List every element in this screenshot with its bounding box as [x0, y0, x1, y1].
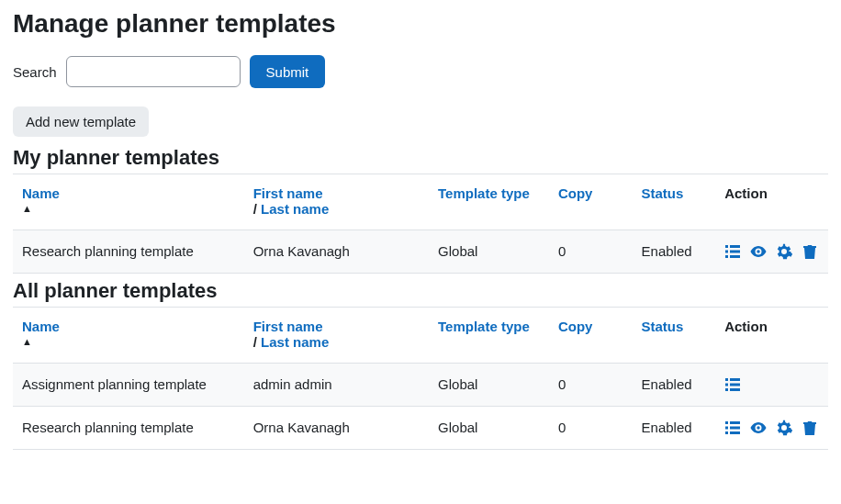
col-header-templatetype[interactable]: Template type	[438, 185, 530, 201]
cell-copy: 0	[549, 364, 633, 407]
col-header-lastname[interactable]: Last name	[261, 334, 329, 350]
row-actions	[724, 243, 819, 260]
cell-status: Enabled	[633, 407, 716, 450]
col-header-copy[interactable]: Copy	[558, 185, 593, 201]
sort-asc-icon[interactable]: ▲	[22, 203, 235, 214]
add-template-button[interactable]: Add new template	[13, 106, 149, 137]
cell-owner: Orna Kavanagh	[244, 230, 429, 274]
sort-asc-icon[interactable]: ▲	[22, 336, 235, 347]
search-input[interactable]	[66, 56, 241, 87]
cell-status: Enabled	[633, 364, 716, 407]
gear-icon[interactable]	[776, 420, 792, 436]
table-row: Research planning templateOrna KavanaghG…	[13, 230, 828, 274]
page-title: Manage planner templates	[13, 9, 828, 39]
cell-owner: admin admin	[244, 364, 429, 407]
cell-name: Research planning template	[13, 407, 244, 450]
cell-copy: 0	[549, 230, 633, 274]
list-icon[interactable]	[724, 420, 741, 436]
col-header-name[interactable]: Name	[22, 185, 60, 201]
col-header-firstname[interactable]: First name	[253, 185, 323, 201]
cell-type: Global	[429, 364, 549, 407]
col-header-name[interactable]: Name	[22, 319, 60, 334]
trash-icon[interactable]	[802, 243, 818, 260]
cell-name: Assignment planning template	[13, 364, 244, 407]
eye-icon[interactable]	[750, 420, 767, 436]
row-actions	[724, 420, 819, 436]
list-icon[interactable]	[724, 376, 741, 393]
eye-icon[interactable]	[750, 243, 767, 260]
row-actions	[724, 376, 819, 393]
col-header-firstname[interactable]: First name	[253, 319, 323, 334]
my-templates-table: Name ▲ First name / Last name Template t…	[13, 174, 828, 274]
cell-copy: 0	[549, 407, 633, 450]
search-form: Search Submit	[13, 55, 828, 88]
col-header-templatetype[interactable]: Template type	[438, 319, 530, 334]
all-templates-heading: All planner templates	[13, 279, 828, 303]
my-templates-heading: My planner templates	[13, 146, 828, 170]
cell-status: Enabled	[633, 230, 716, 274]
submit-button[interactable]: Submit	[250, 55, 326, 88]
search-label: Search	[13, 64, 57, 80]
cell-owner: Orna Kavanagh	[244, 407, 429, 450]
col-header-copy[interactable]: Copy	[558, 319, 593, 334]
cell-type: Global	[429, 407, 549, 450]
col-header-lastname[interactable]: Last name	[261, 201, 329, 217]
table-row: Research planning templateOrna KavanaghG…	[13, 407, 828, 450]
gear-icon[interactable]	[776, 243, 792, 260]
col-header-status[interactable]: Status	[642, 185, 684, 201]
col-header-action: Action	[724, 185, 768, 201]
all-templates-table: Name ▲ First name / Last name Template t…	[13, 307, 828, 450]
table-row: Assignment planning templateadmin adminG…	[13, 364, 828, 407]
col-header-status[interactable]: Status	[642, 319, 684, 334]
col-header-action: Action	[724, 319, 768, 334]
trash-icon[interactable]	[802, 420, 818, 436]
list-icon[interactable]	[724, 243, 741, 260]
cell-name: Research planning template	[13, 230, 244, 274]
name-separator: /	[253, 201, 257, 217]
name-separator: /	[253, 334, 257, 350]
cell-type: Global	[429, 230, 549, 274]
